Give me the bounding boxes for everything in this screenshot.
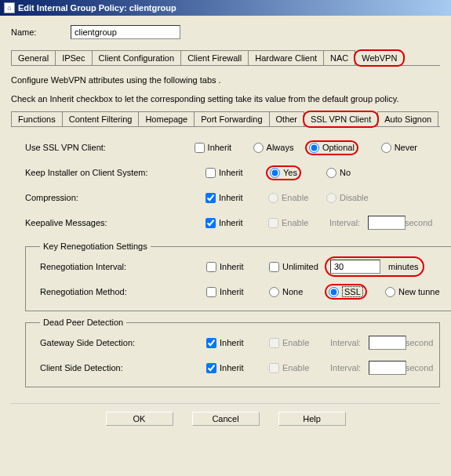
name-row: Name: <box>11 25 440 39</box>
main-tab-ipsec[interactable]: IPSec <box>55 50 92 65</box>
main-tab-nac[interactable]: NAC <box>323 50 355 65</box>
settings-panel: Use SSL VPN Client: Inherit Always Optio… <box>11 130 440 398</box>
reneg-ssl[interactable] <box>329 287 339 297</box>
reneg-none[interactable] <box>269 287 279 297</box>
label-gw-side: Gateway Side Detection: <box>40 338 206 347</box>
main-tab-client-configuration[interactable]: Client Configuration <box>92 50 182 65</box>
seconds-text-3: second <box>406 363 433 372</box>
label-compression: Compression: <box>25 193 205 202</box>
label-keep-installer: Keep Installer on Client System: <box>25 168 205 177</box>
sub-tab-homepage[interactable]: Homepage <box>138 111 195 126</box>
name-input[interactable] <box>71 25 180 39</box>
legend-dpd: Dead Peer Detection <box>40 318 126 327</box>
newtunnel-text: New tunne <box>398 287 440 296</box>
row-use-ssl: Use SSL VPN Client: Inherit Always Optio… <box>25 135 435 160</box>
sub-tab-port-forwarding[interactable]: Port Forwarding <box>194 111 269 126</box>
no-text: No <box>340 168 351 177</box>
gw-inherit[interactable] <box>206 338 216 348</box>
name-label: Name: <box>11 27 58 37</box>
never-text: Never <box>395 143 417 152</box>
seconds-text-2: second <box>406 338 433 347</box>
reneg-method-inherit[interactable] <box>206 287 216 297</box>
keep-inherit[interactable] <box>205 168 216 178</box>
legend-key-reneg: Key Renegotiation Settings <box>40 242 151 251</box>
unlimited-text: Unlimited <box>282 262 318 271</box>
app-icon: ⌂ <box>4 2 15 13</box>
interval-text: Interval: <box>329 218 360 227</box>
button-row: OK Cancel Help <box>11 403 440 429</box>
use-ssl-never[interactable] <box>381 143 391 153</box>
inherit-text-5: Inherit <box>220 262 244 271</box>
client-enable <box>269 363 279 373</box>
reneg-newtunnel[interactable] <box>385 287 395 297</box>
label-reneg-interval: Renegotiation Interval: <box>40 262 206 271</box>
sub-tab-content-filtering[interactable]: Content Filtering <box>62 111 140 126</box>
none-text: None <box>282 287 303 296</box>
label-reneg-method: Renegotiation Method: <box>40 287 206 296</box>
use-ssl-always[interactable] <box>253 143 264 153</box>
sub-tab-functions[interactable]: Functions <box>11 111 63 126</box>
yes-text: Yes <box>283 168 297 177</box>
main-tab-webvpn[interactable]: WebVPN <box>355 50 404 66</box>
seconds-text: second <box>405 218 432 227</box>
enable-text-2: Enable <box>282 218 308 227</box>
inherit-text-6: Inherit <box>220 287 244 296</box>
main-tabs: GeneralIPSecClient ConfigurationClient F… <box>11 50 440 66</box>
use-ssl-optional[interactable] <box>309 143 319 153</box>
row-keepalive: Keepalive Messages: Inherit Enable Inter… <box>25 210 435 235</box>
sub-tab-ssl-vpn-client[interactable]: SSL VPN Client <box>304 111 378 127</box>
interval-text-2: Interval: <box>330 338 361 347</box>
inherit-text-8: Inherit <box>220 363 244 372</box>
label-use-ssl: Use SSL VPN Client: <box>25 143 195 152</box>
reneg-interval-input[interactable] <box>330 260 380 274</box>
sub-tab-auto-signon[interactable]: Auto Signon <box>377 111 438 126</box>
label-keepalive: Keepalive Messages: <box>25 218 205 227</box>
row-gateway-side: Gateway Side Detection: Inherit Enable I… <box>40 330 433 355</box>
group-dpd: Dead Peer Detection Gateway Side Detecti… <box>25 318 440 387</box>
gw-enable <box>269 338 279 348</box>
main-tab-client-firewall[interactable]: Client Firewall <box>180 50 249 65</box>
main-tab-hardware-client[interactable]: Hardware Client <box>248 50 324 65</box>
inherit-text-3: Inherit <box>219 193 243 202</box>
interval-text-3: Interval: <box>330 363 361 372</box>
enable-text-3: Enable <box>282 338 309 347</box>
compression-inherit[interactable] <box>205 193 216 203</box>
client-inherit[interactable] <box>206 363 216 373</box>
reneg-unlimited[interactable] <box>269 262 279 272</box>
sub-tab-other[interactable]: Other <box>269 111 305 126</box>
compression-enable <box>268 193 278 203</box>
gw-interval <box>369 336 406 350</box>
ok-button[interactable]: OK <box>106 412 173 426</box>
keepalive-inherit[interactable] <box>205 218 216 228</box>
help-button[interactable]: Help <box>278 412 346 426</box>
keep-yes[interactable] <box>270 168 280 178</box>
main-tab-general[interactable]: General <box>11 50 56 65</box>
intro-1: Configure WebVPN attributes using the fo… <box>11 75 440 85</box>
keep-no[interactable] <box>326 168 336 178</box>
row-reneg-interval: Renegotiation Interval: Inherit Unlimite… <box>40 254 451 279</box>
sub-tabs: FunctionsContent FilteringHomepagePort F… <box>11 111 440 127</box>
minutes-text: minutes <box>388 262 419 271</box>
client-interval <box>369 361 406 375</box>
ssl-text: SSL <box>342 286 363 297</box>
reneg-int-inherit[interactable] <box>206 262 216 272</box>
cancel-button[interactable]: Cancel <box>192 412 260 426</box>
intro-2: Check an Inherit checkbox to let the cor… <box>11 94 440 104</box>
row-compression: Compression: Inherit Enable Disable <box>25 185 435 210</box>
dialog-content: Name: GeneralIPSecClient ConfigurationCl… <box>0 16 451 435</box>
keepalive-enable <box>268 218 278 228</box>
compression-disable <box>326 193 336 203</box>
inherit-text-2: Inherit <box>219 168 243 177</box>
inherit-text-7: Inherit <box>220 338 244 347</box>
enable-text-4: Enable <box>282 363 309 372</box>
enable-text: Enable <box>282 193 308 202</box>
label-client-side: Client Side Detection: <box>40 363 206 372</box>
disable-text: Disable <box>340 193 369 202</box>
row-keep-installer: Keep Installer on Client System: Inherit… <box>25 160 435 185</box>
inherit-text-4: Inherit <box>219 218 243 227</box>
optional-text: Optional <box>322 143 355 152</box>
use-ssl-inherit[interactable] <box>195 143 205 153</box>
titlebar: ⌂ Edit Internal Group Policy: clientgrou… <box>0 0 451 16</box>
row-reneg-method: Renegotiation Method: Inherit None SSL N… <box>40 279 451 304</box>
group-key-reneg: Key Renegotiation Settings Renegotiation… <box>25 242 451 311</box>
